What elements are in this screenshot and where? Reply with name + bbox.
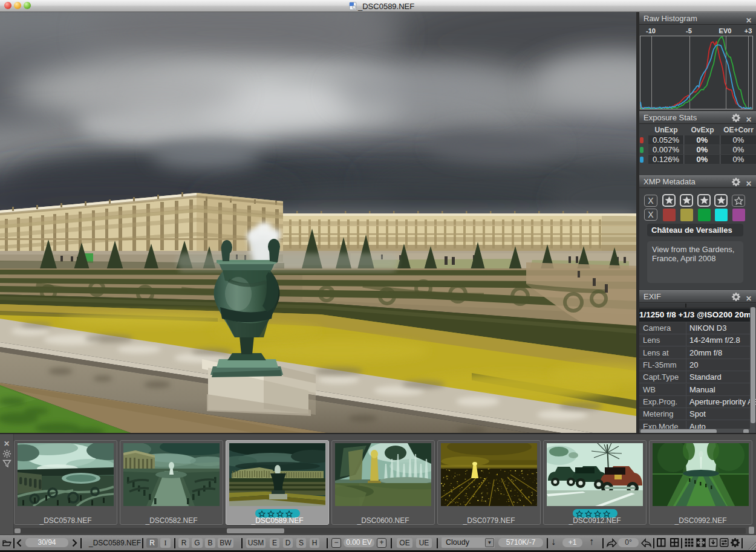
svg-text:-10: -10 bbox=[646, 27, 656, 34]
svg-text:+3: +3 bbox=[745, 27, 752, 34]
svg-text:-5: -5 bbox=[686, 27, 692, 34]
svg-text:EV0: EV0 bbox=[719, 27, 732, 34]
